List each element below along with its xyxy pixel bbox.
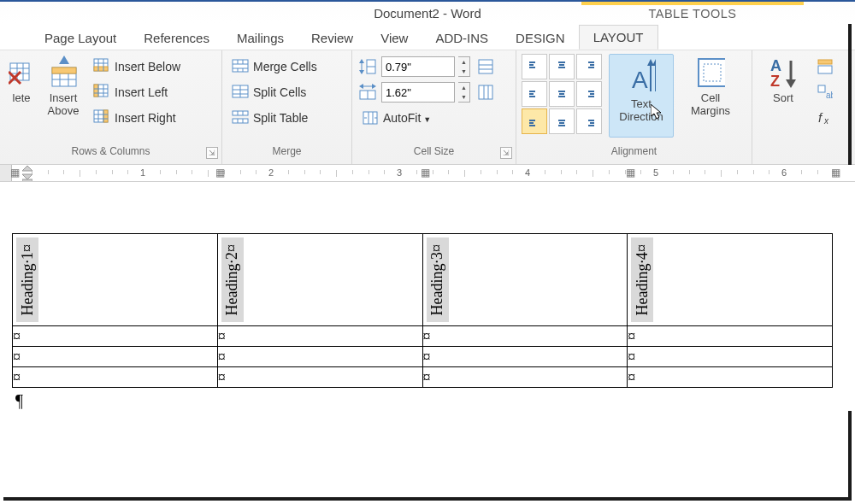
svg-rect-26 [103,110,108,122]
svg-rect-53 [479,60,492,73]
tab-references[interactable]: References [130,26,223,50]
text-direction-button[interactable]: A Text Direction [609,54,674,138]
row-height-input[interactable] [381,56,455,77]
align-top-right-button[interactable] [576,54,602,79]
repeat-header-rows-button[interactable] [812,54,838,79]
group-alignment-label: Alignment [516,145,752,164]
distribute-columns-icon[interactable] [477,84,494,101]
ruler-number: 6 [781,167,787,178]
table-cell[interactable]: ¤ [628,326,833,347]
svg-rect-61 [479,85,492,99]
tab-view[interactable]: View [367,26,422,50]
table-cell[interactable]: ¤ [217,347,422,367]
align-bottom-left-button[interactable] [522,108,547,134]
ruler-column-marker[interactable]: ▦ [626,167,635,179]
group-cell-size-label: Cell Size ⇲ [352,145,516,164]
align-center-center-button[interactable] [549,81,575,107]
formula-icon: fx [816,108,834,127]
table-row: ¤¤¤¤ [13,367,833,388]
ruler-number: 4 [525,167,530,178]
align-center-right-button[interactable] [576,81,602,107]
indent-marker[interactable] [22,166,32,181]
svg-rect-31 [233,60,248,72]
table-cell[interactable]: ¤ [422,367,628,388]
row-height-icon [357,57,378,76]
svg-text:ab: ab [826,91,833,100]
ruler-column-marker[interactable]: ▦ [10,167,20,179]
document-table[interactable]: Heading·1¤ Heading·2¤ Heading·3¤ Heading… [12,233,833,388]
svg-rect-12 [52,67,76,73]
rows-columns-launcher-icon[interactable]: ⇲ [206,147,218,159]
column-width-input[interactable] [381,82,455,103]
group-rows-columns-label: Rows & Columns ⇲ [0,145,221,164]
autofit-icon [361,108,380,127]
document-area[interactable]: Heading·1¤ Heading·2¤ Heading·3¤ Heading… [0,182,855,411]
table-cell[interactable]: ¤ [13,326,218,347]
tab-mailings[interactable]: Mailings [223,26,298,50]
svg-marker-117 [22,174,32,179]
table-header-cell[interactable]: Heading·1¤ [13,234,218,326]
table-cell[interactable]: ¤ [422,347,628,367]
table-cell[interactable]: ¤ [217,326,422,347]
row-height-spinner[interactable]: ▲▼ [458,56,470,77]
column-width-spinner[interactable]: ▲▼ [458,82,470,103]
insert-right-icon [92,108,111,127]
contextual-tab-group: TABLE TOOLS [581,2,804,21]
insert-left-button[interactable]: Insert Left [89,79,184,105]
column-width-icon [357,83,378,102]
table-cell[interactable]: ¤ [217,367,422,388]
insert-below-button[interactable]: Insert Below [89,54,184,79]
table-cell[interactable]: ¤ [13,367,218,388]
table-cell[interactable]: ¤ [628,367,833,388]
distribute-rows-icon[interactable] [477,58,494,75]
split-table-button[interactable]: Split Table [227,105,321,131]
table-header-cell[interactable]: Heading·4¤ [628,234,833,326]
align-bottom-right-button[interactable] [576,108,602,134]
align-top-left-button[interactable] [522,54,547,79]
convert-to-text-button[interactable]: ab [812,79,838,105]
tab-review[interactable]: Review [298,26,367,50]
ruler-column-marker[interactable]: ▦ [831,167,840,179]
table-header-cell[interactable]: Heading·2¤ [217,234,422,326]
ruler-number: 5 [653,167,658,178]
insert-right-button[interactable]: Insert Right [89,105,184,131]
align-bottom-center-button[interactable] [549,108,575,134]
tab-page-layout[interactable]: Page Layout [31,26,130,50]
title-bar: Document2 - Word TABLE TOOLS [0,0,855,24]
svg-rect-111 [818,66,832,73]
horizontal-ruler[interactable]: 123456▦▦▦▦▦ [0,165,855,182]
svg-text:Z: Z [770,73,780,90]
svg-text:f: f [818,110,823,125]
table-cell[interactable]: ¤ [628,347,833,367]
insert-above-button[interactable]: Insert Above [38,54,89,138]
sort-button[interactable]: AZ Sort [758,54,809,138]
align-center-left-button[interactable] [522,81,547,107]
cell-size-launcher-icon[interactable]: ⇲ [500,147,512,159]
table-header-row: Heading·1¤ Heading·2¤ Heading·3¤ Heading… [13,234,833,326]
tab-addins[interactable]: ADD-INS [422,26,502,50]
align-top-center-button[interactable] [549,54,575,79]
insert-below-icon [92,57,111,76]
table-cell[interactable]: ¤ [13,347,218,367]
autofit-button[interactable]: AutoFit▼ [357,105,510,131]
merge-cells-icon [231,57,250,76]
cell-margins-icon [696,56,725,90]
tab-design[interactable]: DESIGN [502,26,579,50]
cell-margins-button[interactable]: Cell Margins [681,54,740,138]
ruler-column-marker[interactable]: ▦ [215,167,225,179]
ruler-column-marker[interactable]: ▦ [421,167,430,179]
split-cells-button[interactable]: Split Cells [227,79,321,105]
svg-rect-118 [22,179,32,181]
insert-left-icon [92,83,111,102]
svg-rect-110 [818,60,832,64]
table-cell[interactable]: ¤ [422,326,628,347]
svg-marker-13 [59,56,69,64]
svg-rect-43 [233,119,248,123]
tab-layout[interactable]: LAYOUT [579,25,658,50]
table-header-cell[interactable]: Heading·3¤ [422,234,628,326]
formula-button[interactable]: fx [812,105,838,131]
insert-above-icon [49,56,78,90]
delete-button[interactable]: lete [5,54,38,138]
merge-cells-button[interactable]: Merge Cells [227,54,321,79]
svg-rect-42 [233,111,248,115]
